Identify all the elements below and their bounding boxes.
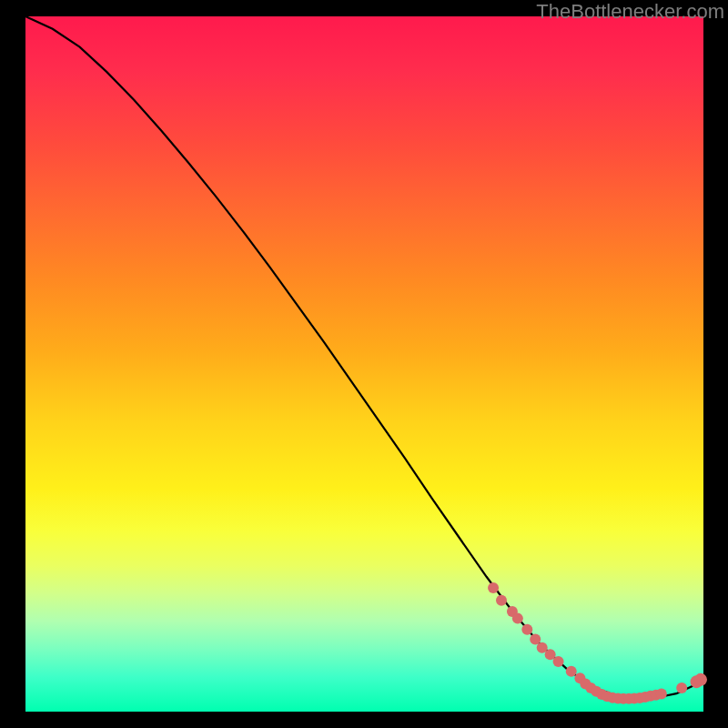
- data-point: [656, 689, 667, 700]
- data-point: [566, 666, 577, 677]
- chart-svg: [25, 16, 703, 712]
- data-point: [676, 682, 687, 693]
- watermark-text: TheBottlenecker.com: [536, 0, 724, 24]
- data-points: [488, 582, 707, 704]
- data-point: [694, 673, 707, 686]
- plot-area: [25, 16, 703, 712]
- bottleneck-curve: [25, 16, 703, 699]
- data-point: [488, 582, 499, 593]
- chart-stage: TheBottlenecker.com: [0, 0, 728, 728]
- data-point: [521, 624, 532, 635]
- data-point: [512, 613, 523, 624]
- data-point: [496, 595, 507, 606]
- data-point: [553, 656, 564, 667]
